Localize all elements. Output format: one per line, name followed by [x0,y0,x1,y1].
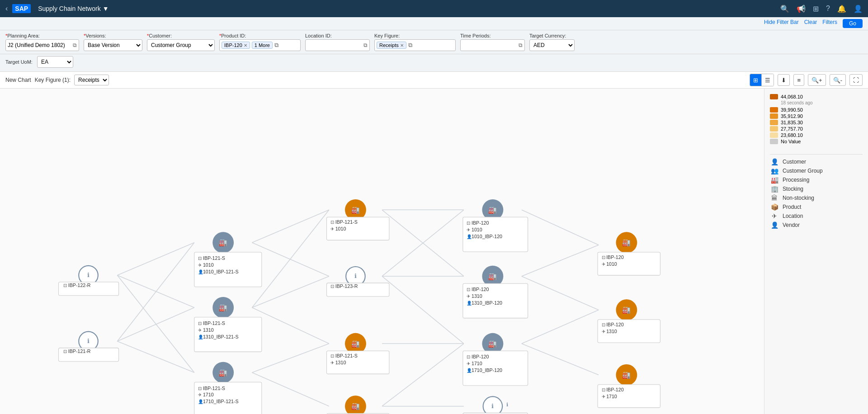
planning-area-copy-icon[interactable]: ⧉ [73,42,77,48]
svg-text:1010_IBP-120: 1010_IBP-120 [472,234,502,239]
time-periods-copy-icon[interactable]: ⧉ [519,42,523,48]
nav-icons: 🔍 📢 ⊞ ? 🔔 👤 [780,5,863,13]
legend-type-customer-label: Customer [783,159,806,165]
legend-swatch-2 [770,107,778,113]
legend-swatch-7 [770,139,778,144]
legend-swatch-4 [770,120,778,125]
versions-select[interactable]: Base Version [84,39,142,51]
svg-text:✈: ✈ [602,262,605,267]
svg-line-25 [522,343,599,375]
download-button[interactable]: ⬇ [778,74,790,86]
location-id-input-wrap: ⧉ [305,39,370,51]
location-id-copy-icon[interactable]: ⧉ [363,42,368,48]
legend-bar-item-2: 39,990.50 [770,107,863,113]
svg-line-22 [522,245,599,276]
svg-text:ℹ: ℹ [87,338,90,344]
svg-line-3 [117,243,194,341]
svg-text:⊡: ⊡ [467,221,470,226]
key-figure-copy-button[interactable]: ⧉ [408,42,412,49]
customer-select[interactable]: Customer Group [147,39,215,51]
svg-text:IBP-120: IBP-120 [606,254,623,260]
fullscreen-button[interactable]: ⛶ [849,74,863,86]
planning-area-input-wrap: ⧉ [5,39,79,51]
go-button[interactable]: Go [843,19,863,28]
svg-text:🏭: 🏭 [622,239,631,247]
hide-filter-bar-link[interactable]: Hide Filter Bar [764,19,799,28]
sap-logo: SAP [12,4,31,13]
target-currency-select[interactable]: AED [529,39,575,51]
product-legend-icon: 📦 [770,203,779,211]
legend-value-3: 35,912.90 [781,113,803,119]
svg-line-11 [252,343,329,372]
product-id-copy-button[interactable]: ⧉ [274,42,278,49]
zoom-out-button[interactable]: 🔍- [830,74,846,86]
svg-line-24 [522,310,599,344]
legend-color-bar: 44,068.10 18 seconds ago 39,990.50 35,91… [770,94,863,145]
help-icon[interactable]: ? [826,5,830,13]
zoom-in-button[interactable]: 🔍+ [808,74,826,86]
time-periods-input[interactable] [462,42,517,48]
svg-text:1710: 1710 [606,394,617,399]
clear-link[interactable]: Clear [804,19,817,28]
legend-type-vendor-label: Vendor [783,222,800,228]
legend-panel: 44,068.10 18 seconds ago 39,990.50 35,91… [764,89,868,414]
user-icon[interactable]: 👤 [854,5,863,13]
chart-toolbar: New Chart Key Figure (1): Receipts ⊞ ☰ ⬇… [0,72,868,89]
bell-icon[interactable]: 🔔 [837,5,846,13]
main-area: ℹ ⊡ IBP-122-R ℹ ⊡ IBP-121-R 🏭 ⊡ IBP-121-… [0,89,868,414]
svg-text:IBP-120: IBP-120 [472,287,489,292]
svg-text:⊡: ⊡ [63,283,67,288]
target-uom-label: Target UoM: [5,59,33,65]
legend-value-6: 23,680.10 [781,132,803,138]
svg-text:IBP-120: IBP-120 [472,354,489,359]
key-figure-label: Key Figure: [374,33,456,38]
target-currency-label: Target Currency: [529,33,575,38]
key-figure-token-receipts-remove[interactable]: ✕ [400,43,404,48]
svg-text:1710_IBP-120: 1710_IBP-120 [472,367,502,373]
svg-text:✈: ✈ [330,226,334,231]
svg-text:🏭: 🏭 [622,306,631,314]
table-view-button[interactable]: ☰ [762,74,774,86]
filter-bar-header: Hide Filter Bar Clear Filters Go [0,17,868,30]
svg-text:🏭: 🏭 [351,402,360,410]
svg-text:IBP-123-R: IBP-123-R [335,283,358,289]
product-token-ibp120: IBP-120 ✕ [222,42,250,49]
legend-type-location-label: Location [783,213,803,219]
versions-label: *Versions: [84,33,142,38]
svg-text:⊡: ⊡ [330,284,334,289]
planning-area-label: *Planning Area: [5,33,79,38]
legend-swatch-3 [770,113,778,119]
svg-text:1310: 1310 [472,293,482,299]
svg-text:IBP-121-S: IBP-121-S [335,219,358,225]
product-token-ibp120-remove[interactable]: ✕ [244,43,247,48]
legend-type-stocking-label: Stocking [783,186,803,192]
svg-line-6 [252,210,329,242]
svg-text:✈: ✈ [330,360,334,365]
svg-line-12 [252,372,329,406]
svg-line-23 [522,276,599,310]
legend-divider [770,154,863,155]
legend-type-customer-group: 👥 Customer Group [770,167,863,174]
legend-value-4: 31,835.30 [781,120,803,125]
grid-icon[interactable]: ⊞ [813,5,819,13]
svg-text:IBP-121-S: IBP-121-S [203,386,225,391]
svg-text:⊡: ⊡ [602,387,605,392]
search-icon[interactable]: 🔍 [780,5,789,13]
announce-icon[interactable]: 📢 [797,5,806,13]
planning-area-input[interactable] [8,42,71,48]
legend-button[interactable]: ≡ [793,74,804,86]
planning-area-field: *Planning Area: ⧉ [5,33,79,51]
key-figure-toolbar-select[interactable]: Receipts [74,75,109,85]
svg-text:IBP-121-R: IBP-121-R [68,348,91,354]
network-graph[interactable]: ℹ ⊡ IBP-122-R ℹ ⊡ IBP-121-R 🏭 ⊡ IBP-121-… [0,89,764,414]
legend-timestamp: 18 seconds ago [781,100,863,105]
network-view-button[interactable]: ⊞ [750,74,762,86]
back-button[interactable]: ‹ [5,5,8,13]
target-uom-select[interactable]: EA [37,56,73,68]
svg-text:IBP-121-S: IBP-121-S [335,353,358,358]
svg-text:⊡: ⊡ [467,287,470,292]
location-id-input[interactable] [307,42,362,48]
time-periods-input-wrap: ⧉ [460,39,525,51]
key-figure-toolbar-label: Key Figure (1): [35,77,71,83]
filters-link[interactable]: Filters [822,19,837,28]
